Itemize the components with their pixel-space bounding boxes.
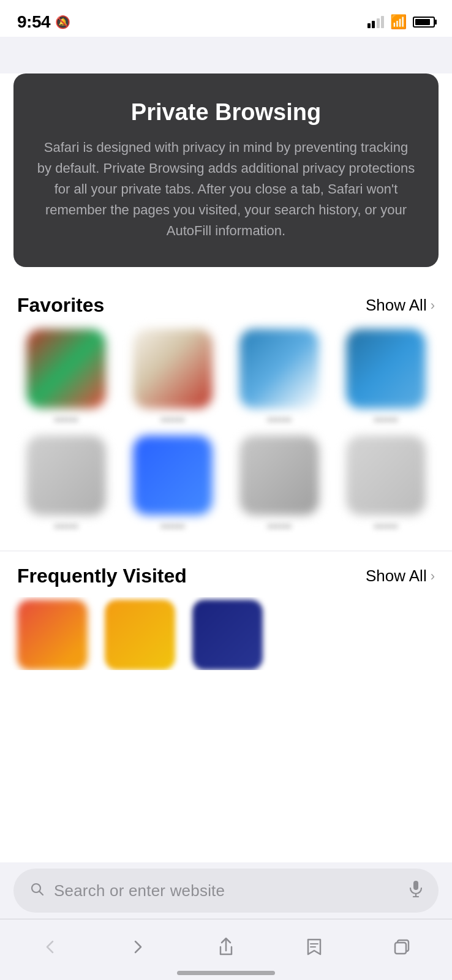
fav-icon-2 bbox=[133, 329, 213, 409]
signal-bar-4 bbox=[381, 16, 384, 28]
fav-label-4: •••••• bbox=[349, 413, 423, 427]
fav-icon-8 bbox=[346, 435, 426, 515]
fav-icon-6 bbox=[133, 435, 213, 515]
status-bar: 9:54 🔕 📶 bbox=[0, 0, 452, 37]
forward-button[interactable] bbox=[113, 929, 162, 965]
list-item[interactable]: •••••• bbox=[17, 329, 115, 427]
fav-label-8: •••••• bbox=[349, 520, 423, 533]
separator bbox=[0, 551, 452, 551]
fav-icon-1 bbox=[26, 329, 106, 409]
fav-label-1: •••••• bbox=[29, 413, 103, 427]
freq-icon-2 bbox=[105, 600, 175, 670]
list-item[interactable]: •••••• bbox=[337, 329, 435, 427]
main-content: Private Browsing Safari is designed with… bbox=[0, 74, 452, 980]
battery-icon bbox=[413, 17, 435, 28]
signal-bar-1 bbox=[367, 23, 371, 28]
list-item[interactable]: •••••• bbox=[230, 435, 328, 533]
favorites-title: Favorites bbox=[17, 294, 104, 317]
frequently-visited-section: Frequently Visited Show All › bbox=[0, 556, 452, 670]
chevron-right-icon-2: › bbox=[431, 568, 435, 584]
freq-icon-1 bbox=[17, 600, 88, 670]
signal-bar-2 bbox=[372, 21, 375, 28]
frequently-visited-header: Frequently Visited Show All › bbox=[0, 556, 452, 597]
favorites-grid: •••••• •••••• •••••• •••••• •••••• •••••… bbox=[0, 326, 452, 551]
microphone-icon[interactable] bbox=[409, 880, 423, 902]
private-browsing-card: Private Browsing Safari is designed with… bbox=[13, 74, 439, 267]
fav-icon-5 bbox=[26, 435, 106, 515]
list-item[interactable]: •••••• bbox=[124, 435, 222, 533]
fav-icon-7 bbox=[239, 435, 319, 515]
chevron-right-icon: › bbox=[431, 298, 435, 314]
search-bar-container: Search or enter website bbox=[0, 862, 452, 919]
back-button[interactable] bbox=[26, 929, 75, 965]
private-browsing-title: Private Browsing bbox=[36, 99, 416, 126]
fav-label-6: •••••• bbox=[136, 520, 209, 533]
list-item[interactable]: •••••• bbox=[230, 329, 328, 427]
fav-label-5: •••••• bbox=[29, 520, 103, 533]
search-bar[interactable]: Search or enter website bbox=[13, 869, 439, 913]
private-browsing-description: Safari is designed with privacy in mind … bbox=[36, 137, 416, 241]
list-item[interactable] bbox=[105, 600, 175, 670]
wifi-icon: 📶 bbox=[390, 14, 407, 30]
mute-icon: 🔕 bbox=[55, 15, 70, 29]
favorites-section-header: Favorites Show All › bbox=[0, 285, 452, 326]
list-item[interactable]: •••••• bbox=[124, 329, 222, 427]
freq-icon-3 bbox=[192, 600, 263, 670]
home-indicator bbox=[177, 971, 275, 975]
fav-label-7: •••••• bbox=[243, 520, 316, 533]
svg-line-1 bbox=[40, 892, 43, 895]
status-icons: 📶 bbox=[367, 14, 435, 30]
bookmarks-button[interactable] bbox=[290, 929, 339, 965]
frequently-visited-title: Frequently Visited bbox=[17, 565, 187, 587]
signal-bars bbox=[367, 16, 385, 28]
list-item[interactable] bbox=[192, 600, 263, 670]
tabs-button[interactable] bbox=[377, 929, 426, 965]
search-placeholder[interactable]: Search or enter website bbox=[54, 881, 399, 900]
battery-fill bbox=[415, 19, 430, 25]
status-time: 9:54 bbox=[17, 12, 50, 32]
signal-bar-3 bbox=[377, 18, 380, 28]
fav-label-3: •••••• bbox=[243, 413, 316, 427]
frequently-visited-show-all-button[interactable]: Show All › bbox=[366, 567, 435, 586]
list-item[interactable]: •••••• bbox=[337, 435, 435, 533]
favorites-show-all-button[interactable]: Show All › bbox=[366, 296, 435, 315]
svg-rect-8 bbox=[395, 943, 406, 954]
svg-rect-2 bbox=[413, 881, 418, 890]
fav-icon-3 bbox=[239, 329, 319, 409]
frequently-visited-grid bbox=[0, 597, 452, 670]
share-button[interactable] bbox=[202, 929, 250, 965]
search-icon bbox=[29, 881, 44, 900]
list-item[interactable]: •••••• bbox=[17, 435, 115, 533]
fav-label-2: •••••• bbox=[136, 413, 209, 427]
fav-icon-4 bbox=[346, 329, 426, 409]
list-item[interactable] bbox=[17, 600, 88, 670]
